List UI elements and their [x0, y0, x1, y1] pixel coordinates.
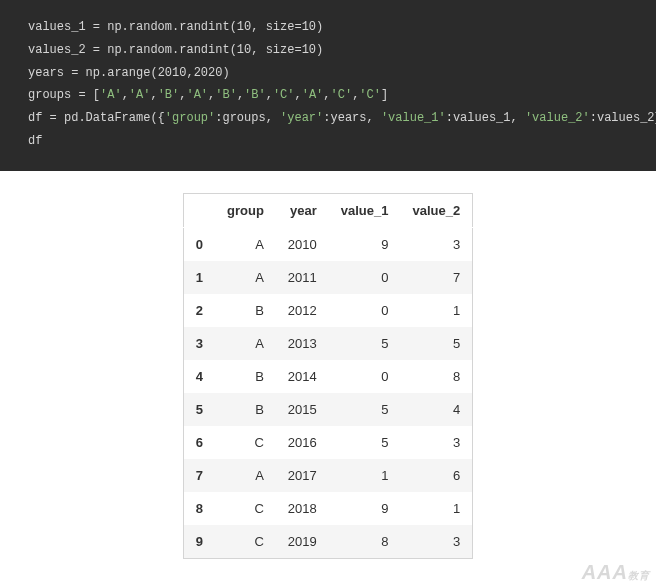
code-token: 2020: [194, 66, 223, 80]
code-token: 'B': [244, 88, 266, 102]
table-cell: B: [215, 360, 276, 393]
table-cell: A: [215, 261, 276, 294]
table-cell: 1: [329, 459, 401, 492]
dataframe-table: groupyearvalue_1value_2 0A2010931A201107…: [183, 193, 473, 559]
table-cell: C: [215, 492, 276, 525]
watermark-sub: 教育: [628, 570, 650, 581]
table-cell: A: [215, 227, 276, 261]
table-cell: 6: [400, 459, 472, 492]
table-cell: 1: [400, 294, 472, 327]
code-token: ,: [122, 88, 129, 102]
table-cell: C: [215, 426, 276, 459]
code-token: :values_2}): [590, 111, 656, 125]
code-token: 'year': [280, 111, 323, 125]
column-header: year: [276, 193, 329, 227]
table-cell: 3: [400, 227, 472, 261]
code-token: 10: [302, 43, 316, 57]
table-cell: 2010: [276, 227, 329, 261]
table-cell: 5: [400, 327, 472, 360]
code-token: ): [316, 20, 323, 34]
code-token: values_1 = np.random.randint(: [28, 20, 237, 34]
table-row: 4B201408: [183, 360, 472, 393]
table-cell: 2011: [276, 261, 329, 294]
table-cell: 7: [400, 261, 472, 294]
table-cell: 3: [400, 525, 472, 559]
dataframe-header: groupyearvalue_1value_2: [183, 193, 472, 227]
table-cell: 9: [329, 492, 401, 525]
code-token: ,: [186, 66, 193, 80]
watermark-main: AAA: [582, 561, 628, 583]
table-cell: 2016: [276, 426, 329, 459]
table-cell: 8: [329, 525, 401, 559]
code-token: 'A': [186, 88, 208, 102]
table-cell: 2014: [276, 360, 329, 393]
table-row: 9C201983: [183, 525, 472, 559]
row-index: 2: [183, 294, 215, 327]
table-cell: 2019: [276, 525, 329, 559]
table-row: 0A201093: [183, 227, 472, 261]
code-token: 10: [237, 20, 251, 34]
code-token: , size=: [251, 20, 301, 34]
code-token: groups = [: [28, 88, 100, 102]
code-token: ,: [323, 88, 330, 102]
dataframe-body: 0A2010931A2011072B2012013A2013554B201408…: [183, 227, 472, 558]
output-area: groupyearvalue_1value_2 0A2010931A201107…: [0, 171, 656, 559]
code-token: df: [28, 134, 42, 148]
table-cell: 5: [329, 327, 401, 360]
table-row: 2B201201: [183, 294, 472, 327]
table-row: 5B201554: [183, 393, 472, 426]
row-index: 3: [183, 327, 215, 360]
column-header: value_1: [329, 193, 401, 227]
table-cell: C: [215, 525, 276, 559]
code-token: :groups,: [215, 111, 280, 125]
table-cell: 0: [329, 261, 401, 294]
code-token: years = np.arange(: [28, 66, 158, 80]
table-row: 3A201355: [183, 327, 472, 360]
code-token: 'C': [331, 88, 353, 102]
code-token: 'C': [273, 88, 295, 102]
code-token: 'B': [158, 88, 180, 102]
code-token: ,: [150, 88, 157, 102]
code-token: :values_1,: [446, 111, 525, 125]
code-token: 'B': [215, 88, 237, 102]
table-cell: 2015: [276, 393, 329, 426]
code-token: 10: [237, 43, 251, 57]
table-cell: 5: [329, 393, 401, 426]
table-cell: 5: [329, 426, 401, 459]
table-row: 7A201716: [183, 459, 472, 492]
row-index: 1: [183, 261, 215, 294]
code-token: 'value_1': [381, 111, 446, 125]
row-index: 6: [183, 426, 215, 459]
row-index: 7: [183, 459, 215, 492]
table-cell: B: [215, 294, 276, 327]
code-token: :years,: [323, 111, 381, 125]
code-token: ,: [237, 88, 244, 102]
row-index: 8: [183, 492, 215, 525]
code-token: values_2 = np.random.randint(: [28, 43, 237, 57]
code-token: ,: [266, 88, 273, 102]
column-header: group: [215, 193, 276, 227]
code-token: 'A': [302, 88, 324, 102]
table-row: 1A201107: [183, 261, 472, 294]
row-index: 4: [183, 360, 215, 393]
table-cell: 2012: [276, 294, 329, 327]
table-cell: 2017: [276, 459, 329, 492]
code-token: 'A': [100, 88, 122, 102]
table-cell: 2013: [276, 327, 329, 360]
code-token: ,: [295, 88, 302, 102]
table-cell: 3: [400, 426, 472, 459]
code-token: 'A': [129, 88, 151, 102]
code-token: ]: [381, 88, 388, 102]
table-cell: 1: [400, 492, 472, 525]
column-header: value_2: [400, 193, 472, 227]
table-row: 6C201653: [183, 426, 472, 459]
table-cell: A: [215, 327, 276, 360]
code-token: ): [316, 43, 323, 57]
code-token: ): [222, 66, 229, 80]
code-token: , size=: [251, 43, 301, 57]
table-cell: 2018: [276, 492, 329, 525]
table-cell: 9: [329, 227, 401, 261]
table-cell: 0: [329, 360, 401, 393]
table-cell: A: [215, 459, 276, 492]
code-cell: values_1 = np.random.randint(10, size=10…: [0, 0, 656, 171]
